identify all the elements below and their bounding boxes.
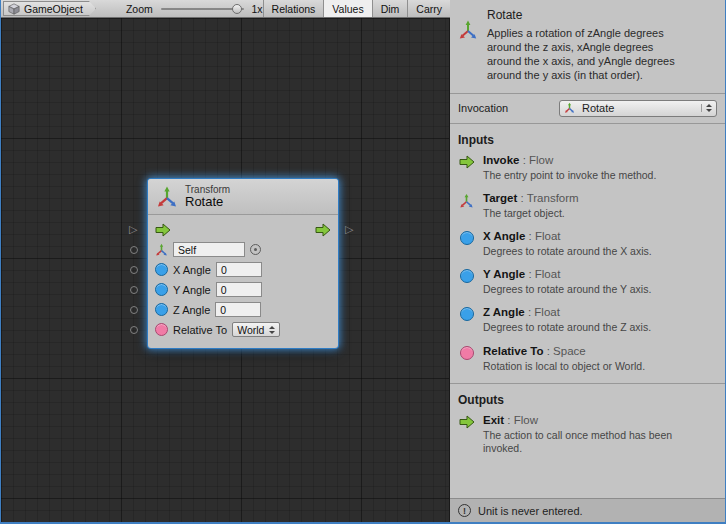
target-transform-icon[interactable] (155, 243, 168, 257)
port-name: Invoke (483, 154, 519, 166)
port-name-line: X Angle : Float (483, 230, 688, 242)
port-item-invoke: Invoke : Flow The entry point to invoke … (450, 154, 725, 192)
port-name-line: Y Angle : Float (483, 268, 688, 280)
relative-to-value: World (237, 324, 264, 336)
port-item-text: Target : Transform The target object. (483, 192, 688, 220)
float-port-icon (460, 269, 474, 283)
inspector-description: Applies a rotation of zAngle degrees aro… (487, 27, 689, 83)
space-port-icon (460, 346, 474, 360)
dropdown-stepper-icon (269, 326, 275, 334)
dim-toggle-label: Dim (381, 3, 400, 15)
port-name: Z Angle (483, 306, 525, 318)
z-angle-input[interactable]: 0 (215, 302, 261, 317)
z-angle-port-icon[interactable] (155, 303, 168, 316)
flow-arrow-icon (459, 155, 475, 169)
flow-arrow-icon (459, 415, 475, 429)
port-description: The action to call once method has been … (483, 429, 688, 455)
rotate-unit-node[interactable]: Transform Rotate (148, 179, 338, 348)
warning-icon: ! (458, 504, 471, 517)
node-title: Rotate (185, 195, 230, 210)
self-target-field[interactable]: Self (173, 242, 245, 257)
port-icon-wrap (458, 154, 475, 182)
node-relative-row: Relative To World (155, 321, 331, 339)
outputs-section-title: Outputs (450, 384, 725, 414)
port-name-line: Z Angle : Float (483, 306, 688, 318)
port-icon-wrap (458, 192, 475, 220)
warning-bar: ! Unit is never entered. (450, 498, 725, 522)
warning-text: Unit is never entered. (478, 505, 583, 517)
external-port-dot-y[interactable] (130, 286, 138, 294)
exit-flow-port-icon[interactable] (315, 223, 331, 237)
inputs-section-title: Inputs (450, 124, 725, 154)
port-description: Degrees to rotate around the X axis. (483, 245, 688, 258)
values-toggle-button[interactable]: Values (323, 0, 371, 17)
outputs-section: Outputs Exit : Flow The action to call o… (450, 383, 725, 465)
invocation-value: Rotate (580, 102, 696, 114)
float-port-icon (460, 307, 474, 321)
node-header[interactable]: Transform Rotate (148, 179, 338, 215)
relations-toggle-button[interactable]: Relations (263, 0, 324, 17)
invocation-row: Invocation Rotate (450, 94, 725, 124)
x-angle-label: X Angle (173, 264, 211, 276)
breadcrumb-gameobject[interactable]: GameObject (3, 1, 96, 16)
port-item-exit: Exit : Flow The action to call once meth… (450, 414, 725, 465)
object-picker-icon[interactable] (250, 244, 261, 255)
dropdown-stepper-icon (701, 104, 712, 112)
y-angle-port-icon[interactable] (155, 283, 168, 296)
x-angle-port-icon[interactable] (155, 263, 168, 276)
transform-axes-icon (156, 185, 178, 209)
port-name-line: Relative To : Space (483, 345, 688, 357)
port-item-text: Invoke : Flow The entry point to invoke … (483, 154, 688, 182)
external-port-dot-x[interactable] (130, 266, 138, 274)
port-description: The target object. (483, 207, 688, 220)
inspector-panel: Rotate Applies a rotation of zAngle degr… (450, 0, 725, 522)
zoom-slider[interactable] (161, 8, 245, 10)
transform-axes-icon (459, 193, 474, 209)
carry-toggle-label: Carry (416, 3, 442, 15)
node-x-angle-row: X Angle 0 (155, 261, 331, 279)
y-angle-input[interactable]: 0 (216, 282, 262, 297)
toolbar-toggle-group: Relations Values Dim Carry (263, 0, 450, 17)
values-toggle-label: Values (332, 3, 363, 15)
breadcrumb-label: GameObject (24, 3, 83, 15)
invoke-flow-port-icon[interactable] (155, 223, 171, 237)
inspector-header: Rotate Applies a rotation of zAngle degr… (450, 0, 725, 94)
node-y-angle-row: Y Angle 0 (155, 281, 331, 299)
transform-axes-icon (458, 19, 478, 41)
x-angle-input[interactable]: 0 (216, 262, 262, 277)
port-item-text: Relative To : Space Rotation is local to… (483, 345, 688, 373)
float-port-icon (460, 231, 474, 245)
port-description: Degrees to rotate around the Z axis. (483, 321, 688, 334)
relative-to-port-icon[interactable] (155, 323, 168, 336)
external-port-dot-relative[interactable] (130, 326, 138, 334)
dim-toggle-button[interactable]: Dim (372, 0, 408, 17)
gameobject-cube-icon (8, 3, 20, 15)
external-port-dot-self[interactable] (130, 246, 138, 254)
port-type: : Transform (517, 192, 578, 204)
port-item-target: Target : Transform The target object. (450, 192, 725, 230)
port-type: : Float (525, 268, 560, 280)
port-type: : Float (525, 306, 560, 318)
relative-to-dropdown[interactable]: World (232, 322, 280, 337)
port-name: Exit (483, 414, 504, 426)
port-name-line: Target : Transform (483, 192, 688, 204)
z-angle-label: Z Angle (173, 304, 210, 316)
port-icon-wrap (458, 306, 475, 334)
relations-toggle-label: Relations (272, 3, 316, 15)
carry-toggle-button[interactable]: Carry (407, 0, 450, 17)
external-port-dot-z[interactable] (130, 306, 138, 314)
node-target-row: Self (155, 241, 331, 259)
external-flow-out-triangle[interactable]: ▷ (345, 224, 353, 235)
zoom-slider-knob[interactable] (232, 4, 242, 14)
port-name: Target (483, 192, 517, 204)
port-description: Rotation is local to object or World. (483, 360, 688, 373)
zoom-label: Zoom (126, 3, 153, 15)
y-angle-value: 0 (221, 284, 227, 296)
graph-canvas[interactable]: ▷ ▷ Transform Rotate (1, 18, 450, 522)
node-z-angle-row: Z Angle 0 (155, 301, 331, 319)
external-flow-in-triangle[interactable]: ▷ (129, 224, 137, 235)
port-type: : Flow (504, 414, 538, 426)
bolt-graph-window: GameObject Zoom 1x Relations Values Dim … (0, 0, 726, 524)
inspector-title: Rotate (487, 8, 689, 22)
invocation-dropdown[interactable]: Rotate (559, 100, 717, 117)
